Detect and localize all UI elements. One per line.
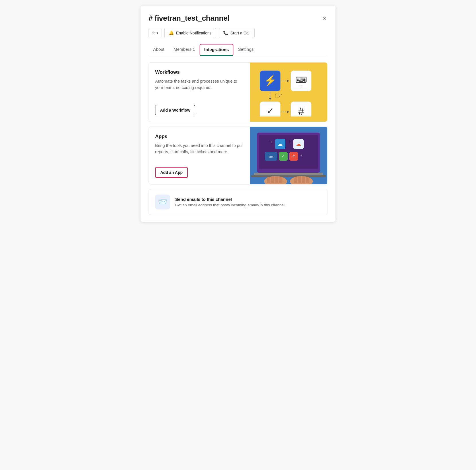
tab-integrations[interactable]: Integrations [200,44,233,56]
svg-text:box: box [268,155,274,158]
apps-title: Apps [155,134,243,139]
svg-text:☞: ☞ [275,91,282,100]
svg-text:✓: ✓ [282,154,285,158]
svg-rect-37 [271,176,274,183]
apps-image: + ☁ + ☁ box ✓ ≡ + [250,127,327,184]
bell-icon: 🔔 [169,30,174,36]
workflows-image: ⚡ ⌨ T ☞ ✓ [250,63,327,122]
workflows-card: Workflows Automate the tasks and process… [149,62,327,122]
email-icon-box: 📨 [155,195,170,209]
tab-about[interactable]: About [149,44,169,56]
add-app-button[interactable]: Add an App [155,167,188,178]
workflow-svg: ⚡ ⌨ T ☞ ✓ [257,68,320,116]
email-card-text: Send emails to this channel Get an email… [175,197,286,207]
svg-marker-13 [287,111,289,113]
svg-rect-33 [251,175,326,177]
workflows-card-content: Workflows Automate the tasks and process… [149,63,250,122]
email-card: 📨 Send emails to this channel Get an ema… [149,189,327,215]
svg-rect-43 [294,177,297,183]
add-workflow-button[interactable]: Add a Workflow [155,105,195,115]
star-button[interactable]: ☆ ▾ [149,28,161,38]
email-icon: 📨 [158,197,167,206]
apps-illustration: + ☁ + ☁ box ✓ ≡ + [250,127,327,184]
svg-text:✓: ✓ [266,106,274,116]
start-call-button[interactable]: 📞 Start a Call [219,28,255,38]
tab-members[interactable]: Members 1 [169,44,200,56]
phone-icon: 📞 [223,30,229,36]
svg-marker-3 [287,80,289,82]
tab-settings[interactable]: Settings [233,44,258,56]
header-row: # fivetran_test_channel × [149,14,327,23]
svg-text:≡: ≡ [292,154,295,158]
svg-rect-41 [302,176,305,183]
workflows-title: Workflows [155,69,243,75]
close-button[interactable]: × [321,14,327,23]
svg-text:#: # [298,106,304,116]
svg-rect-36 [267,177,270,183]
start-call-label: Start a Call [231,31,250,35]
svg-text:☁: ☁ [296,141,301,147]
enable-notifications-button[interactable]: 🔔 Enable Notifications [164,28,216,38]
chevron-down-icon: ▾ [157,31,158,35]
apps-card: Apps Bring the tools you need into this … [149,127,327,184]
svg-text:+: + [289,140,291,144]
svg-rect-42 [298,176,301,183]
enable-notifications-label: Enable Notifications [176,31,212,35]
svg-rect-40 [306,177,309,183]
apps-description: Bring the tools you need into this chann… [155,142,243,161]
svg-text:⚡: ⚡ [264,74,277,87]
svg-marker-8 [269,98,271,100]
workflows-illustration: ⚡ ⌨ T ☞ ✓ [250,63,327,122]
svg-text:+: + [300,154,302,158]
svg-text:⌨: ⌨ [295,75,307,84]
svg-rect-38 [275,176,278,183]
svg-text:+: + [270,140,272,144]
workflows-description: Automate the tasks and processes unique … [155,78,243,99]
svg-text:T: T [300,84,303,89]
tabs-row: About Members 1 Integrations Settings [149,44,327,56]
apps-card-content: Apps Bring the tools you need into this … [149,127,250,184]
channel-panel: # fivetran_test_channel × ☆ ▾ 🔔 Enable N… [141,6,335,222]
action-buttons-row: ☆ ▾ 🔔 Enable Notifications 📞 Start a Cal… [149,28,327,38]
apps-svg: + ☁ + ☁ box ✓ ≡ + [250,127,327,184]
email-card-title: Send emails to this channel [175,197,286,202]
svg-text:☁: ☁ [278,141,283,147]
email-card-description: Get an email address that posts incoming… [175,203,286,207]
star-icon: ☆ [152,31,155,35]
channel-title: # fivetran_test_channel [149,14,229,23]
svg-rect-39 [279,177,282,183]
